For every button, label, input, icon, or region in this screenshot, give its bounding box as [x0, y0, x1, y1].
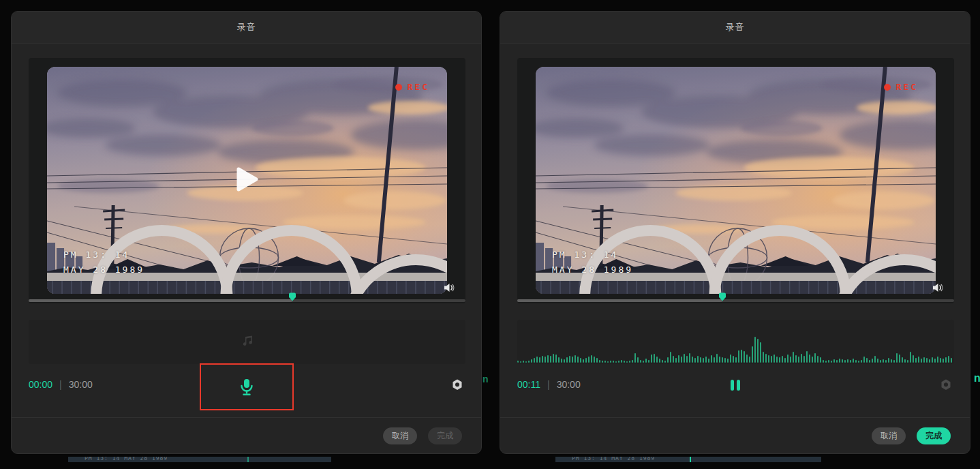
vhs-timestamp: PM 13: 14 MAY 28 1989: [63, 247, 144, 277]
waveform-bar: [724, 358, 726, 363]
waveform-bar: [918, 357, 919, 363]
waveform-bar: [629, 361, 630, 363]
waveform-bar: [545, 357, 546, 363]
time-separator: |: [59, 379, 62, 390]
seek-bar[interactable]: [29, 299, 465, 302]
waveform-bar: [664, 361, 666, 363]
waveform-bar: [708, 359, 709, 363]
waveform-bar: [523, 361, 524, 363]
waveform-bar: [880, 360, 881, 363]
waveform-bar: [626, 361, 628, 363]
waveform-bar: [561, 359, 562, 363]
waveform-bar: [634, 353, 636, 363]
waveform-bar: [583, 359, 584, 363]
rec-indicator: REC: [884, 82, 918, 92]
progress-marker[interactable]: [288, 292, 296, 304]
waveform-bar: [828, 360, 829, 363]
waveform-bar: [604, 361, 606, 363]
rec-indicator: REC: [395, 82, 429, 92]
waveform-bar: [902, 357, 903, 363]
waveform-bar: [637, 357, 639, 363]
waveform-bar: [798, 357, 799, 363]
total-time: 30:00: [557, 379, 581, 390]
time-display: 00:00 | 30:00: [29, 379, 93, 390]
cancel-button[interactable]: 取消: [383, 427, 417, 444]
waveform-bar: [539, 357, 540, 363]
waveform-bar: [858, 361, 859, 363]
waveform-bar: [885, 360, 887, 363]
timeline-clip-label: PM 13: 14 MAY 28 1989: [85, 457, 168, 462]
waveform-bar: [943, 359, 944, 363]
waveform-bar: [640, 360, 641, 363]
waveform-bar: [842, 359, 843, 363]
waveform-bar: [738, 350, 739, 363]
waveform-bar: [820, 357, 821, 363]
video-preview[interactable]: REC PM 13: 14 MAY 28 1989: [536, 67, 936, 294]
background-timeline-clip: PM 13: 14 MAY 28 1989: [555, 457, 821, 462]
waveform-bar: [866, 358, 868, 363]
record-button[interactable]: [239, 378, 254, 396]
rec-dot-icon: [884, 84, 891, 91]
waveform-bar: [913, 355, 914, 363]
waveform-bar: [932, 357, 933, 363]
gear-icon: [940, 379, 951, 391]
background-text-fragment: n: [974, 372, 980, 384]
waveform-bar: [934, 359, 936, 363]
waveform-bar: [550, 356, 551, 363]
video-player: REC PM 13: 14 MAY 28 1989: [29, 58, 465, 303]
waveform-bar: [904, 359, 906, 363]
waveform-bar: [575, 355, 576, 363]
waveform-bar: [520, 361, 521, 363]
waveform-bar: [809, 354, 810, 363]
waveform-bar: [694, 358, 696, 363]
audio-waveform: [517, 335, 954, 363]
waveform-bar: [793, 352, 794, 363]
waveform-bar: [580, 358, 581, 363]
waveform-bar: [921, 359, 922, 363]
play-button[interactable]: [236, 166, 259, 195]
waveform-bar: [618, 361, 619, 363]
waveform-bar: [874, 356, 876, 363]
gear-icon: [452, 379, 463, 391]
waveform-bar: [817, 356, 818, 363]
seek-bar[interactable]: [517, 299, 954, 302]
waveform-bar: [594, 357, 595, 363]
pause-button[interactable]: [730, 379, 741, 394]
waveform-bar: [536, 357, 538, 363]
waveform-bar: [863, 357, 865, 363]
volume-button[interactable]: [444, 283, 455, 295]
settings-button[interactable]: [452, 379, 463, 393]
waveform-bar: [735, 357, 737, 363]
waveform-bar: [591, 355, 592, 363]
waveform-bar: [923, 357, 925, 363]
elapsed-time: 00:00: [29, 379, 52, 390]
total-time: 30:00: [69, 379, 93, 390]
waveform-bar: [746, 354, 748, 363]
waveform-bar: [659, 359, 660, 363]
waveform-bar: [891, 359, 892, 363]
waveform-bar: [675, 358, 677, 363]
waveform-bar: [670, 352, 671, 363]
waveform-bar: [684, 354, 685, 363]
waveform-bar: [555, 354, 557, 363]
waveform-bar: [531, 359, 532, 363]
volume-button[interactable]: [932, 283, 943, 295]
waveform-bar: [784, 358, 786, 363]
waveform-bar: [705, 357, 707, 363]
progress-marker[interactable]: [718, 292, 726, 304]
waveform-bar: [779, 357, 780, 363]
cancel-button[interactable]: 取消: [872, 427, 906, 444]
waveform-bar: [831, 361, 832, 363]
waveform-bar: [599, 360, 600, 363]
time-separator: |: [547, 379, 550, 390]
waveform-bar: [752, 346, 753, 363]
rec-label: REC: [408, 82, 429, 92]
waveform-bar: [547, 355, 549, 363]
waveform-bar: [719, 357, 720, 363]
vhs-date: MAY 28 1989: [552, 262, 633, 277]
waveform-bar: [940, 358, 941, 363]
done-button[interactable]: 完成: [917, 427, 951, 444]
done-button[interactable]: 完成: [428, 427, 462, 444]
video-preview[interactable]: REC PM 13: 14 MAY 28 1989: [47, 67, 447, 294]
waveform-bar: [951, 358, 952, 363]
